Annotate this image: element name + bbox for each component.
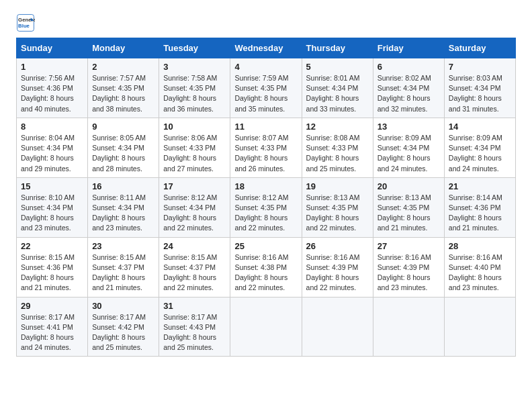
day-detail: Sunrise: 8:15 AMSunset: 4:36 PMDaylight:… xyxy=(21,253,75,292)
calendar-cell: 25 Sunrise: 8:16 AMSunset: 4:38 PMDaylig… xyxy=(230,237,302,297)
calendar-cell: 13 Sunrise: 8:09 AMSunset: 4:34 PMDaylig… xyxy=(373,118,444,177)
day-detail: Sunrise: 8:14 AMSunset: 4:36 PMDaylight:… xyxy=(449,193,502,232)
day-number: 30 xyxy=(92,301,154,311)
weekday-header: Saturday xyxy=(444,38,515,58)
day-detail: Sunrise: 8:12 AMSunset: 4:34 PMDaylight:… xyxy=(163,193,217,232)
day-detail: Sunrise: 8:16 AMSunset: 4:40 PMDaylight:… xyxy=(449,253,502,292)
day-detail: Sunrise: 8:10 AMSunset: 4:34 PMDaylight:… xyxy=(21,193,75,232)
day-detail: Sunrise: 8:16 AMSunset: 4:39 PMDaylight:… xyxy=(378,253,431,292)
calendar-cell: 7 Sunrise: 8:03 AMSunset: 4:34 PMDayligh… xyxy=(444,58,515,118)
day-detail: Sunrise: 8:17 AMSunset: 4:42 PMDaylight:… xyxy=(92,313,146,352)
day-number: 18 xyxy=(234,181,297,191)
calendar-cell: 9 Sunrise: 8:05 AMSunset: 4:34 PMDayligh… xyxy=(88,118,159,177)
day-number: 5 xyxy=(306,62,369,72)
calendar-cell: 5 Sunrise: 8:01 AMSunset: 4:34 PMDayligh… xyxy=(302,58,373,118)
calendar-cell: 15 Sunrise: 8:10 AMSunset: 4:34 PMDaylig… xyxy=(17,177,88,237)
day-detail: Sunrise: 8:12 AMSunset: 4:35 PMDaylight:… xyxy=(234,193,288,232)
calendar-cell: 16 Sunrise: 8:11 AMSunset: 4:34 PMDaylig… xyxy=(88,177,159,237)
day-detail: Sunrise: 8:16 AMSunset: 4:39 PMDaylight:… xyxy=(306,253,360,292)
calendar-row: 22 Sunrise: 8:15 AMSunset: 4:36 PMDaylig… xyxy=(17,237,516,297)
weekday-header: Tuesday xyxy=(159,38,230,58)
day-detail: Sunrise: 8:03 AMSunset: 4:34 PMDaylight:… xyxy=(449,74,502,113)
calendar-cell: 29 Sunrise: 8:17 AMSunset: 4:41 PMDaylig… xyxy=(17,297,88,357)
weekday-header: Sunday xyxy=(17,38,88,58)
day-number: 28 xyxy=(449,241,511,251)
day-detail: Sunrise: 8:16 AMSunset: 4:38 PMDaylight:… xyxy=(234,253,288,292)
calendar-row: 8 Sunrise: 8:04 AMSunset: 4:34 PMDayligh… xyxy=(17,118,516,177)
calendar-cell xyxy=(302,297,373,357)
day-number: 13 xyxy=(378,122,440,132)
day-number: 7 xyxy=(449,62,511,72)
calendar-cell: 10 Sunrise: 8:06 AMSunset: 4:33 PMDaylig… xyxy=(159,118,230,177)
header-row: SundayMondayTuesdayWednesdayThursdayFrid… xyxy=(17,38,516,58)
day-number: 27 xyxy=(378,241,440,251)
day-number: 11 xyxy=(234,122,297,132)
calendar-cell: 12 Sunrise: 8:08 AMSunset: 4:33 PMDaylig… xyxy=(302,118,373,177)
day-detail: Sunrise: 8:06 AMSunset: 4:33 PMDaylight:… xyxy=(163,134,217,173)
day-number: 6 xyxy=(378,62,440,72)
day-detail: Sunrise: 8:17 AMSunset: 4:41 PMDaylight:… xyxy=(21,313,75,352)
day-number: 10 xyxy=(163,122,226,132)
day-detail: Sunrise: 8:09 AMSunset: 4:34 PMDaylight:… xyxy=(449,134,502,173)
day-number: 9 xyxy=(92,122,154,132)
calendar-cell: 1 Sunrise: 7:56 AMSunset: 4:36 PMDayligh… xyxy=(17,58,88,118)
day-number: 4 xyxy=(234,62,297,72)
calendar-cell xyxy=(444,297,515,357)
day-number: 23 xyxy=(92,241,154,251)
day-number: 20 xyxy=(378,181,440,191)
calendar-cell: 28 Sunrise: 8:16 AMSunset: 4:40 PMDaylig… xyxy=(444,237,515,297)
calendar-cell: 21 Sunrise: 8:14 AMSunset: 4:36 PMDaylig… xyxy=(444,177,515,237)
calendar-cell: 22 Sunrise: 8:15 AMSunset: 4:36 PMDaylig… xyxy=(17,237,88,297)
day-detail: Sunrise: 8:04 AMSunset: 4:34 PMDaylight:… xyxy=(21,134,75,173)
calendar-cell: 24 Sunrise: 8:15 AMSunset: 4:37 PMDaylig… xyxy=(159,237,230,297)
day-detail: Sunrise: 7:58 AMSunset: 4:35 PMDaylight:… xyxy=(163,74,217,113)
day-number: 16 xyxy=(92,181,154,191)
day-detail: Sunrise: 8:01 AMSunset: 4:34 PMDaylight:… xyxy=(306,74,360,113)
day-number: 31 xyxy=(163,301,226,311)
weekday-header: Thursday xyxy=(302,38,373,58)
day-detail: Sunrise: 8:07 AMSunset: 4:33 PMDaylight:… xyxy=(234,134,288,173)
calendar-cell xyxy=(230,297,302,357)
day-number: 25 xyxy=(234,241,297,251)
calendar-cell: 14 Sunrise: 8:09 AMSunset: 4:34 PMDaylig… xyxy=(444,118,515,177)
day-number: 26 xyxy=(306,241,369,251)
svg-text:Blue: Blue xyxy=(18,23,30,29)
day-number: 29 xyxy=(21,301,83,311)
day-number: 24 xyxy=(163,241,226,251)
calendar-cell: 6 Sunrise: 8:02 AMSunset: 4:34 PMDayligh… xyxy=(373,58,444,118)
calendar-cell: 26 Sunrise: 8:16 AMSunset: 4:39 PMDaylig… xyxy=(302,237,373,297)
calendar-cell: 30 Sunrise: 8:17 AMSunset: 4:42 PMDaylig… xyxy=(88,297,159,357)
calendar-cell: 2 Sunrise: 7:57 AMSunset: 4:35 PMDayligh… xyxy=(88,58,159,118)
calendar-header: SundayMondayTuesdayWednesdayThursdayFrid… xyxy=(17,38,516,58)
calendar-cell xyxy=(373,297,444,357)
calendar-row: 29 Sunrise: 8:17 AMSunset: 4:41 PMDaylig… xyxy=(17,297,516,357)
day-number: 22 xyxy=(21,241,83,251)
day-number: 14 xyxy=(449,122,511,132)
day-detail: Sunrise: 8:13 AMSunset: 4:35 PMDaylight:… xyxy=(306,193,360,232)
day-number: 12 xyxy=(306,122,369,132)
day-number: 2 xyxy=(92,62,154,72)
day-number: 1 xyxy=(21,62,83,72)
calendar-table: SundayMondayTuesdayWednesdayThursdayFrid… xyxy=(16,38,516,357)
day-detail: Sunrise: 8:15 AMSunset: 4:37 PMDaylight:… xyxy=(163,253,217,292)
calendar-cell: 11 Sunrise: 8:07 AMSunset: 4:33 PMDaylig… xyxy=(230,118,302,177)
day-number: 3 xyxy=(163,62,226,72)
calendar-cell: 31 Sunrise: 8:17 AMSunset: 4:43 PMDaylig… xyxy=(159,297,230,357)
calendar-cell: 23 Sunrise: 8:15 AMSunset: 4:37 PMDaylig… xyxy=(88,237,159,297)
calendar-cell: 17 Sunrise: 8:12 AMSunset: 4:34 PMDaylig… xyxy=(159,177,230,237)
day-detail: Sunrise: 7:57 AMSunset: 4:35 PMDaylight:… xyxy=(92,74,146,113)
logo: General Blue xyxy=(16,13,38,32)
day-detail: Sunrise: 8:05 AMSunset: 4:34 PMDaylight:… xyxy=(92,134,146,173)
calendar-cell: 19 Sunrise: 8:13 AMSunset: 4:35 PMDaylig… xyxy=(302,177,373,237)
day-detail: Sunrise: 7:59 AMSunset: 4:35 PMDaylight:… xyxy=(234,74,288,113)
day-detail: Sunrise: 7:56 AMSunset: 4:36 PMDaylight:… xyxy=(21,74,75,113)
calendar-row: 15 Sunrise: 8:10 AMSunset: 4:34 PMDaylig… xyxy=(17,177,516,237)
day-detail: Sunrise: 8:15 AMSunset: 4:37 PMDaylight:… xyxy=(92,253,146,292)
day-detail: Sunrise: 8:08 AMSunset: 4:33 PMDaylight:… xyxy=(306,134,360,173)
calendar-body: 1 Sunrise: 7:56 AMSunset: 4:36 PMDayligh… xyxy=(17,58,516,357)
day-detail: Sunrise: 8:13 AMSunset: 4:35 PMDaylight:… xyxy=(378,193,431,232)
day-detail: Sunrise: 8:02 AMSunset: 4:34 PMDaylight:… xyxy=(378,74,431,113)
day-number: 19 xyxy=(306,181,369,191)
day-number: 17 xyxy=(163,181,226,191)
calendar-cell: 27 Sunrise: 8:16 AMSunset: 4:39 PMDaylig… xyxy=(373,237,444,297)
